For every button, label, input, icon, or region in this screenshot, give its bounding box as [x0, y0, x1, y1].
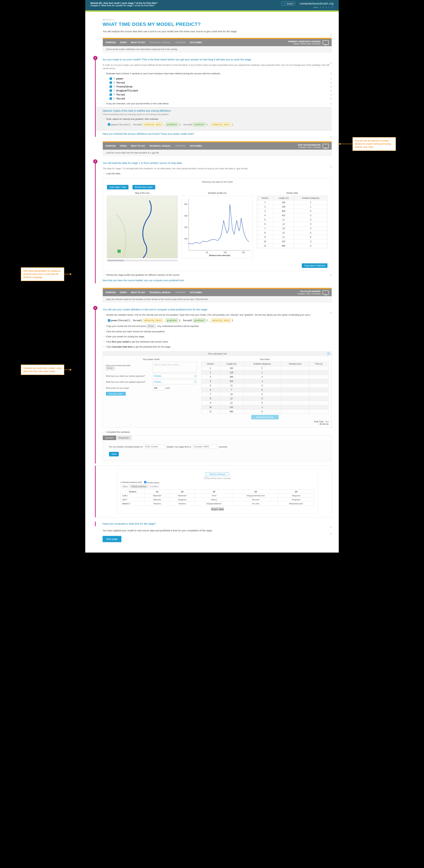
popout-icon[interactable]: ⧉: [330, 273, 332, 277]
step-text: If any are unknown, use your journal ent…: [106, 102, 329, 105]
tab-purpose[interactable]: PURPOSE: [105, 145, 116, 147]
step-text: Complete this sentence.: [106, 430, 332, 434]
selected-students[interactable]: Selected students (3/3): [122, 481, 142, 483]
code-definition-row[interactable]: ✓?force3⧉: [110, 97, 332, 100]
popout-icon[interactable]: ⧉: [330, 77, 332, 80]
browse-file-button[interactable]: Browse file to open: [132, 185, 155, 189]
gradient-select[interactable]: Choose...: [152, 380, 197, 384]
race-map[interactable]: [107, 196, 178, 258]
tab-what-to-say[interactable]: WHAT TO SAY: [131, 145, 145, 147]
tab-answers[interactable]: ANSWERS: [175, 145, 186, 147]
popout-icon[interactable]: ⧉: [330, 97, 332, 100]
nav-page-1[interactable]: 1: [320, 6, 321, 8]
section-table-scroll[interactable]: SectionLength (m)Gradient (degrees)11822…: [257, 196, 328, 248]
velocity-select[interactable]: Choose...: [152, 374, 197, 378]
auto-refresh-checkbox[interactable]: [204, 477, 207, 479]
arrow-icon: →: [102, 72, 105, 75]
tab-outcomes[interactable]: OUTCOMES: [190, 41, 202, 44]
tab-steps[interactable]: STEPS: [120, 41, 127, 44]
code-definition-row[interactable]: ✓?power⧉: [110, 77, 332, 80]
tab-question[interactable]: Question: [103, 436, 116, 440]
code-definition-row[interactable]: ✓?dragCoefficient⧉: [110, 89, 332, 92]
arrow-icon: →: [102, 313, 105, 317]
run-model-button[interactable]: Run your model: [106, 392, 126, 396]
popout-icon[interactable]: ⧉: [330, 311, 332, 314]
user-icon: 👤: [283, 2, 286, 5]
gradient-placeholder[interactable]: gradient: [193, 318, 206, 322]
eval-check-icon: ✓: [110, 82, 112, 84]
tab-steps[interactable]: STEPS: [120, 145, 127, 147]
formula-input[interactable]: Type or paste here: power[...: [152, 362, 197, 372]
popout-icon[interactable]: ⧉: [330, 72, 332, 75]
home-icon[interactable]: ⌂: [328, 6, 329, 8]
student-badge[interactable]: 👤 Student: [281, 2, 295, 5]
power-input[interactable]: [152, 385, 164, 391]
power-blank-input[interactable]: [144, 444, 165, 449]
tab-purpose[interactable]: PURPOSE: [105, 291, 116, 294]
time-calc-tool: Time calculation tool ? Your power model…: [102, 351, 332, 428]
velocity-placeholder[interactable]: velocity (m/s): [211, 318, 231, 322]
svg-text:150: 150: [242, 251, 245, 253]
popout-icon[interactable]: ⧉: [330, 81, 332, 84]
code-definition-row[interactable]: ✓?force1⧉: [110, 81, 332, 84]
tab-answers[interactable]: ANSWERS: [175, 41, 186, 44]
nav-page-2[interactable]: 2: [323, 6, 324, 8]
seg-tabular[interactable]: Tabular summary: [130, 485, 148, 488]
popout-icon[interactable]: ⧉: [330, 102, 332, 105]
calculate-button[interactable]: Calculate total time: [251, 415, 279, 420]
popout-icon[interactable]: ⧉: [330, 93, 332, 96]
view-segments[interactable]: Status Tabular summary In context: [121, 485, 160, 488]
gradient-placeholder[interactable]: gradient: [165, 318, 178, 322]
code-template[interactable]: ✓ power[force1[], force2[ velocity (m/s)…: [108, 122, 233, 127]
help-icon[interactable]: ?: [327, 352, 330, 355]
step-text: Decide two variable names, one for the v…: [106, 313, 330, 317]
time-blank-input[interactable]: [193, 444, 217, 449]
velocity-placeholder[interactable]: velocity (m/s): [211, 122, 231, 127]
popout-icon[interactable]: ⧉: [330, 62, 332, 65]
tab-answers[interactable]: ANSWERS: [175, 291, 186, 294]
popout-icon[interactable]: ⧉: [330, 85, 332, 88]
popout-icon[interactable]: ⧉: [330, 136, 332, 139]
code-definition-row[interactable]: ✓?frontalArea⧉: [110, 85, 332, 88]
include-names-checkbox[interactable]: [144, 481, 146, 483]
map-scrollbar[interactable]: [107, 259, 178, 261]
optional-header[interactable]: Optional: Copies of the code to redefine…: [102, 110, 329, 112]
tab-technical-manual[interactable]: TECHNICAL MANUAL: [149, 145, 171, 147]
code-definition-row[interactable]: ✓?force2⧉: [110, 93, 332, 96]
tab-what-to-say[interactable]: WHAT TO SAY: [131, 291, 145, 294]
export-button[interactable]: Export data: [211, 507, 224, 511]
code-template[interactable]: ✓ power[force1[], force2[ velocity (m/s)…: [108, 318, 233, 322]
popout-icon[interactable]: ⧉: [330, 165, 332, 168]
tab-purpose[interactable]: PURPOSE: [105, 41, 116, 44]
load-stage-button[interactable]: Load stage 7 data: [107, 185, 128, 189]
tab-steps[interactable]: STEPS: [120, 291, 127, 294]
gradient-placeholder[interactable]: gradient: [165, 122, 178, 127]
refresh-button[interactable]: Refresh dashboard: [206, 472, 230, 476]
popout-icon[interactable]: ⧉: [330, 526, 332, 529]
seg-status[interactable]: Status: [121, 485, 130, 488]
copy-data-button[interactable]: Copy data to clipboard: [302, 264, 328, 268]
tab-outcomes[interactable]: OUTCOMES: [190, 145, 202, 147]
send-button[interactable]: Send: [109, 452, 119, 456]
table-row: 9110: [202, 401, 329, 405]
nav-page-3[interactable]: 3: [325, 6, 326, 8]
gradient-placeholder[interactable]: gradient: [193, 122, 206, 127]
tab-technical-manual[interactable]: TECHNICAL MANUAL: [149, 41, 171, 44]
tab-responses[interactable]: Responses: [116, 436, 131, 440]
seg-context[interactable]: In context: [148, 485, 160, 488]
eval-check-icon: ✓: [110, 78, 112, 80]
tab-what-to-say[interactable]: WHAT TO SAY: [131, 41, 145, 44]
next-page-button[interactable]: Next page: [102, 536, 121, 542]
user-nav-icon[interactable]: 👤: [331, 6, 334, 8]
step-text: Click Calculate total time to get the pr…: [106, 345, 332, 349]
share-label[interactable]: share: [313, 6, 318, 8]
tab-technical-manual[interactable]: TECHNICAL MANUAL: [149, 291, 171, 294]
power-unit: watts: [165, 387, 170, 389]
popout-icon[interactable]: ⧉: [330, 33, 332, 36]
velocity-placeholder[interactable]: velocity (m/s): [143, 122, 163, 127]
popout-icon[interactable]: ⧉: [330, 532, 332, 535]
velocity-placeholder[interactable]: velocity (m/s): [143, 318, 163, 322]
popout-icon[interactable]: ⧉: [330, 89, 332, 92]
arrow-icon: →: [102, 345, 105, 349]
tab-outcomes[interactable]: OUTCOMES: [190, 291, 202, 294]
